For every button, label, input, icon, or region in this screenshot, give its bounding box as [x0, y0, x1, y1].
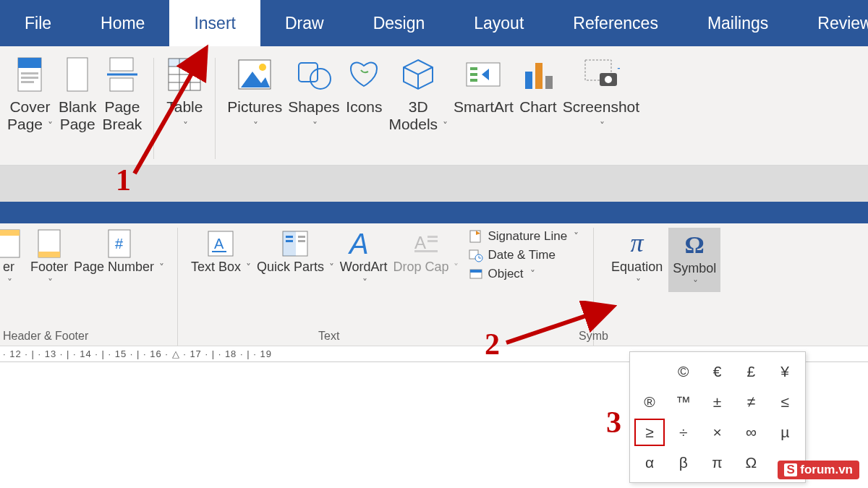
- svg-line-63: [135, 52, 204, 174]
- svg-rect-61: [470, 270, 482, 273]
- symbol-cell[interactable]: ∞: [736, 419, 766, 446]
- tab-home[interactable]: Home: [76, 0, 169, 46]
- symbol-cell[interactable]: ™: [668, 388, 699, 416]
- symbol-cell[interactable]: ®: [634, 388, 665, 416]
- pictures-icon: [236, 55, 273, 94]
- ribbon-tab-strip: File Home Insert Draw Design Layout Refe…: [0, 0, 868, 46]
- symbol-button[interactable]: Ω Symbol˅: [668, 228, 720, 292]
- text-box-icon: A: [205, 228, 237, 260]
- symbol-cell[interactable]: ¥: [770, 358, 800, 385]
- symbol-cell[interactable]: [634, 358, 665, 385]
- chart-icon: [519, 55, 557, 94]
- svg-rect-19: [299, 63, 318, 82]
- 3d-models-icon: [399, 55, 437, 94]
- svg-text:A: A: [348, 228, 369, 260]
- symbol-cell[interactable]: α: [634, 449, 665, 476]
- tab-insert[interactable]: Insert: [169, 0, 260, 46]
- symbol-cell[interactable]: €: [702, 358, 733, 385]
- svg-point-20: [310, 69, 331, 89]
- symbol-cell[interactable]: ×: [702, 419, 733, 446]
- chart-label: Chart: [519, 98, 556, 116]
- footer-button[interactable]: Footer˅: [30, 228, 68, 289]
- svg-rect-3: [21, 77, 38, 79]
- svg-rect-25: [470, 73, 477, 76]
- tab-mailings[interactable]: Mailings: [683, 0, 793, 46]
- date-time-button[interactable]: Date & Time: [469, 248, 579, 262]
- drop-cap-icon: A: [410, 228, 442, 260]
- symbol-cell[interactable]: ±: [702, 388, 733, 416]
- header-label: er: [3, 260, 14, 274]
- symbol-cell[interactable]: ©: [668, 358, 699, 385]
- blank-page-button[interactable]: Blank Page: [59, 55, 97, 133]
- svg-rect-2: [21, 72, 38, 74]
- smartart-label: SmartArt: [454, 98, 514, 116]
- svg-rect-4: [21, 81, 34, 83]
- object-label: Object: [488, 267, 523, 281]
- tab-draw[interactable]: Draw: [260, 0, 349, 46]
- icons-button[interactable]: Icons: [345, 55, 383, 133]
- svg-rect-46: [286, 236, 293, 238]
- symbol-cell[interactable]: ≤: [770, 388, 800, 416]
- group-label-text: Text: [318, 330, 339, 343]
- pictures-button[interactable]: Pictures˅: [227, 55, 282, 133]
- screenshot-button[interactable]: + Screenshot˅: [563, 55, 639, 133]
- svg-rect-48: [298, 236, 305, 238]
- text-box-label: Text Box: [191, 260, 241, 274]
- tab-layout[interactable]: Layout: [449, 0, 548, 46]
- quick-parts-icon: [279, 228, 311, 260]
- svg-rect-47: [286, 240, 293, 242]
- svg-text:+: +: [617, 61, 620, 76]
- cover-page-button[interactable]: Cover Page ˅: [7, 55, 53, 133]
- tab-review[interactable]: Review: [793, 0, 868, 46]
- chart-button[interactable]: Chart: [519, 55, 557, 133]
- symbol-cell[interactable]: ≠: [736, 388, 766, 416]
- text-box-button[interactable]: A Text Box ˅: [191, 228, 251, 275]
- svg-rect-45: [283, 231, 296, 256]
- chevron-down-icon: ˅: [600, 120, 605, 132]
- annotation-number-2: 2: [485, 327, 500, 361]
- ribbon-insert-secondary: er˅ Footer˅ # Page Number ˅ A Text Box ˅…: [0, 223, 868, 346]
- symbol-cell[interactable]: β: [668, 449, 699, 476]
- icons-icon: [345, 55, 383, 94]
- wordart-icon: A: [348, 228, 380, 260]
- smartart-button[interactable]: SmartArt: [454, 55, 514, 133]
- object-button[interactable]: Object ˅: [469, 267, 579, 281]
- symbol-cell[interactable]: µ: [770, 419, 800, 446]
- svg-rect-5: [67, 58, 88, 91]
- 3d-models-label: 3D Models: [388, 98, 438, 132]
- chevron-down-icon: ˅: [312, 120, 318, 132]
- pictures-label: Pictures: [227, 98, 282, 115]
- 3d-models-button[interactable]: 3D Models ˅: [388, 55, 448, 133]
- blank-page-icon: [59, 55, 96, 94]
- symbol-icon: Ω: [678, 229, 710, 261]
- wordart-button[interactable]: A WordArt˅: [340, 228, 388, 289]
- svg-rect-38: [38, 252, 60, 257]
- svg-rect-1: [18, 58, 41, 68]
- svg-text:A: A: [214, 236, 224, 252]
- shapes-button[interactable]: Shapes˅: [288, 55, 339, 133]
- quick-parts-label: Quick Parts: [257, 260, 324, 274]
- footer-icon: [33, 228, 65, 260]
- drop-cap-button[interactable]: A Drop Cap ˅: [393, 228, 459, 275]
- symbol-cell[interactable]: Ω: [736, 449, 766, 476]
- header-icon: [0, 228, 25, 260]
- quick-parts-button[interactable]: Quick Parts ˅: [257, 228, 334, 275]
- symbol-cell[interactable]: ≥: [634, 419, 665, 446]
- tab-design[interactable]: Design: [349, 0, 450, 46]
- smartart-icon: [464, 55, 502, 94]
- tab-file[interactable]: File: [0, 0, 76, 46]
- signature-line-button[interactable]: Signature Line ˅: [469, 229, 579, 244]
- group-label-header-footer: Header & Footer: [3, 330, 88, 343]
- shapes-icon: [295, 55, 333, 94]
- header-button[interactable]: er˅: [0, 228, 25, 289]
- symbol-cell[interactable]: π: [702, 449, 733, 476]
- symbol-cell[interactable]: ÷: [668, 419, 699, 446]
- page-number-button[interactable]: # Page Number ˅: [74, 228, 164, 275]
- symbol-cell[interactable]: £: [736, 358, 766, 385]
- equation-button[interactable]: π Equation˅: [611, 228, 663, 289]
- svg-point-17: [259, 64, 266, 71]
- ribbon-header-bar: [0, 202, 868, 223]
- tab-references[interactable]: References: [548, 0, 683, 46]
- footer-label: Footer: [30, 260, 68, 274]
- date-time-icon: [469, 248, 483, 262]
